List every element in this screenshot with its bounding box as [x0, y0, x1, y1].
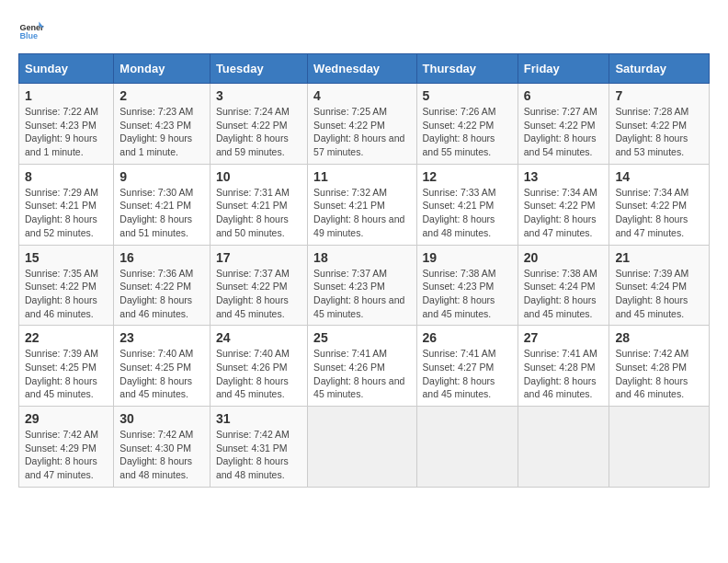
day-info: Sunrise: 7:22 AMSunset: 4:23 PMDaylight:… — [25, 105, 108, 159]
day-number: 4 — [313, 88, 410, 103]
calendar-cell: 15Sunrise: 7:35 AMSunset: 4:22 PMDayligh… — [19, 245, 114, 326]
calendar-cell: 13Sunrise: 7:34 AMSunset: 4:22 PMDayligh… — [518, 164, 609, 245]
calendar-cell: 24Sunrise: 7:40 AMSunset: 4:26 PMDayligh… — [210, 326, 307, 407]
day-info: Sunrise: 7:42 AMSunset: 4:29 PMDaylight:… — [25, 428, 108, 482]
day-info: Sunrise: 7:37 AMSunset: 4:23 PMDaylight:… — [313, 267, 410, 321]
calendar-cell: 4Sunrise: 7:25 AMSunset: 4:22 PMDaylight… — [308, 84, 416, 165]
calendar-cell — [518, 407, 609, 488]
calendar-cell: 3Sunrise: 7:24 AMSunset: 4:22 PMDaylight… — [210, 84, 307, 165]
header-friday: Friday — [518, 54, 609, 84]
day-info: Sunrise: 7:38 AMSunset: 4:23 PMDaylight:… — [423, 267, 512, 321]
calendar-cell: 2Sunrise: 7:23 AMSunset: 4:23 PMDaylight… — [114, 84, 210, 165]
day-number: 2 — [119, 88, 204, 103]
day-number: 25 — [313, 330, 410, 345]
day-number: 23 — [119, 330, 204, 345]
calendar-cell: 25Sunrise: 7:41 AMSunset: 4:26 PMDayligh… — [308, 326, 416, 407]
day-number: 18 — [313, 250, 410, 265]
calendar-row: 22Sunrise: 7:39 AMSunset: 4:25 PMDayligh… — [19, 326, 710, 407]
calendar-cell: 10Sunrise: 7:31 AMSunset: 4:21 PMDayligh… — [210, 164, 307, 245]
day-info: Sunrise: 7:37 AMSunset: 4:22 PMDaylight:… — [216, 267, 301, 321]
calendar-cell — [308, 407, 416, 488]
day-info: Sunrise: 7:31 AMSunset: 4:21 PMDaylight:… — [216, 186, 301, 240]
day-number: 6 — [524, 88, 604, 103]
calendar-cell: 12Sunrise: 7:33 AMSunset: 4:21 PMDayligh… — [416, 164, 518, 245]
calendar-row: 1Sunrise: 7:22 AMSunset: 4:23 PMDaylight… — [19, 84, 710, 165]
day-info: Sunrise: 7:28 AMSunset: 4:22 PMDaylight:… — [615, 105, 703, 159]
day-number: 10 — [216, 169, 301, 184]
day-info: Sunrise: 7:29 AMSunset: 4:21 PMDaylight:… — [25, 186, 108, 240]
day-info: Sunrise: 7:41 AMSunset: 4:27 PMDaylight:… — [423, 347, 512, 401]
calendar-cell: 8Sunrise: 7:29 AMSunset: 4:21 PMDaylight… — [19, 164, 114, 245]
day-info: Sunrise: 7:40 AMSunset: 4:25 PMDaylight:… — [119, 347, 204, 401]
day-number: 31 — [216, 411, 301, 426]
day-number: 16 — [119, 250, 204, 265]
day-number: 17 — [216, 250, 301, 265]
day-number: 30 — [119, 411, 204, 426]
calendar-cell: 19Sunrise: 7:38 AMSunset: 4:23 PMDayligh… — [416, 245, 518, 326]
day-number: 8 — [25, 169, 108, 184]
calendar-cell: 27Sunrise: 7:41 AMSunset: 4:28 PMDayligh… — [518, 326, 609, 407]
day-info: Sunrise: 7:25 AMSunset: 4:22 PMDaylight:… — [313, 105, 410, 159]
day-info: Sunrise: 7:26 AMSunset: 4:22 PMDaylight:… — [423, 105, 512, 159]
day-info: Sunrise: 7:32 AMSunset: 4:21 PMDaylight:… — [313, 186, 410, 240]
day-number: 28 — [615, 330, 703, 345]
day-info: Sunrise: 7:36 AMSunset: 4:22 PMDaylight:… — [119, 267, 204, 321]
day-number: 20 — [524, 250, 604, 265]
day-info: Sunrise: 7:41 AMSunset: 4:28 PMDaylight:… — [524, 347, 604, 401]
header-saturday: Saturday — [609, 54, 710, 84]
calendar-cell: 23Sunrise: 7:40 AMSunset: 4:25 PMDayligh… — [114, 326, 210, 407]
calendar-cell: 17Sunrise: 7:37 AMSunset: 4:22 PMDayligh… — [210, 245, 307, 326]
header-thursday: Thursday — [416, 54, 518, 84]
calendar-cell: 20Sunrise: 7:38 AMSunset: 4:24 PMDayligh… — [518, 245, 609, 326]
day-info: Sunrise: 7:42 AMSunset: 4:30 PMDaylight:… — [119, 428, 204, 482]
day-info: Sunrise: 7:33 AMSunset: 4:21 PMDaylight:… — [423, 186, 512, 240]
calendar-cell: 22Sunrise: 7:39 AMSunset: 4:25 PMDayligh… — [19, 326, 114, 407]
calendar-cell: 16Sunrise: 7:36 AMSunset: 4:22 PMDayligh… — [114, 245, 210, 326]
day-number: 27 — [524, 330, 604, 345]
day-number: 24 — [216, 330, 301, 345]
header-sunday: Sunday — [19, 54, 114, 84]
calendar-cell: 9Sunrise: 7:30 AMSunset: 4:21 PMDaylight… — [114, 164, 210, 245]
calendar-cell: 5Sunrise: 7:26 AMSunset: 4:22 PMDaylight… — [416, 84, 518, 165]
day-number: 21 — [615, 250, 703, 265]
day-info: Sunrise: 7:41 AMSunset: 4:26 PMDaylight:… — [313, 347, 410, 401]
day-info: Sunrise: 7:24 AMSunset: 4:22 PMDaylight:… — [216, 105, 301, 159]
day-number: 26 — [423, 330, 512, 345]
day-number: 1 — [25, 88, 108, 103]
calendar-cell: 26Sunrise: 7:41 AMSunset: 4:27 PMDayligh… — [416, 326, 518, 407]
calendar-cell: 30Sunrise: 7:42 AMSunset: 4:30 PMDayligh… — [114, 407, 210, 488]
calendar-cell: 14Sunrise: 7:34 AMSunset: 4:22 PMDayligh… — [609, 164, 710, 245]
logo: General Blue — [18, 18, 44, 44]
calendar-cell: 21Sunrise: 7:39 AMSunset: 4:24 PMDayligh… — [609, 245, 710, 326]
day-number: 29 — [25, 411, 108, 426]
calendar-table: SundayMondayTuesdayWednesdayThursdayFrid… — [18, 53, 710, 488]
day-number: 15 — [25, 250, 108, 265]
calendar-row: 8Sunrise: 7:29 AMSunset: 4:21 PMDaylight… — [19, 164, 710, 245]
day-info: Sunrise: 7:40 AMSunset: 4:26 PMDaylight:… — [216, 347, 301, 401]
day-number: 3 — [216, 88, 301, 103]
day-number: 12 — [423, 169, 512, 184]
svg-text:Blue: Blue — [19, 31, 38, 40]
day-number: 5 — [423, 88, 512, 103]
calendar-row: 15Sunrise: 7:35 AMSunset: 4:22 PMDayligh… — [19, 245, 710, 326]
calendar-cell: 31Sunrise: 7:42 AMSunset: 4:31 PMDayligh… — [210, 407, 307, 488]
calendar-cell: 18Sunrise: 7:37 AMSunset: 4:23 PMDayligh… — [308, 245, 416, 326]
day-info: Sunrise: 7:23 AMSunset: 4:23 PMDaylight:… — [119, 105, 204, 159]
calendar-cell — [609, 407, 710, 488]
calendar-cell — [416, 407, 518, 488]
day-info: Sunrise: 7:39 AMSunset: 4:24 PMDaylight:… — [615, 267, 703, 321]
calendar-cell: 11Sunrise: 7:32 AMSunset: 4:21 PMDayligh… — [308, 164, 416, 245]
calendar-cell: 6Sunrise: 7:27 AMSunset: 4:22 PMDaylight… — [518, 84, 609, 165]
calendar-cell: 28Sunrise: 7:42 AMSunset: 4:28 PMDayligh… — [609, 326, 710, 407]
header-tuesday: Tuesday — [210, 54, 307, 84]
calendar-header-row: SundayMondayTuesdayWednesdayThursdayFrid… — [19, 54, 710, 84]
header-wednesday: Wednesday — [308, 54, 416, 84]
day-number: 14 — [615, 169, 703, 184]
day-number: 13 — [524, 169, 604, 184]
day-info: Sunrise: 7:27 AMSunset: 4:22 PMDaylight:… — [524, 105, 604, 159]
day-number: 19 — [423, 250, 512, 265]
day-info: Sunrise: 7:39 AMSunset: 4:25 PMDaylight:… — [25, 347, 108, 401]
header-monday: Monday — [114, 54, 210, 84]
day-number: 11 — [313, 169, 410, 184]
day-info: Sunrise: 7:34 AMSunset: 4:22 PMDaylight:… — [615, 186, 703, 240]
